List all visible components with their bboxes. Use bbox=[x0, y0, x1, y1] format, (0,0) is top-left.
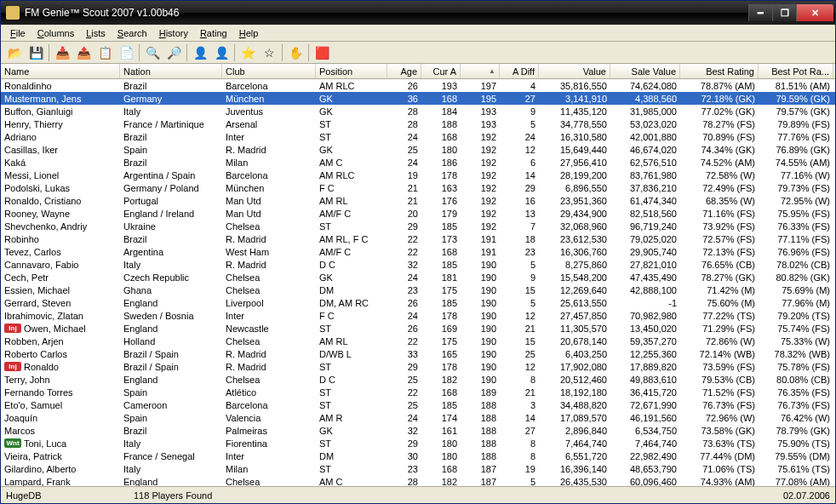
cell-bpot: 77.76% (FS) bbox=[759, 130, 833, 143]
table-row[interactable]: Roberto CarlosBrazil / SpainR. MadridD/W… bbox=[1, 347, 835, 360]
cell-value: 7,464,740 bbox=[539, 437, 610, 450]
table-row[interactable]: Henry, ThierryFrance / MartiniqueArsenal… bbox=[1, 117, 835, 130]
cell-name: Essien, Michael bbox=[1, 284, 120, 296]
col-brating[interactable]: Best Rating bbox=[680, 64, 759, 78]
table-row[interactable]: Rooney, WayneEngland / IrelandMan UtdAM/… bbox=[1, 207, 835, 220]
menu-columns[interactable]: Columns bbox=[31, 26, 80, 40]
menu-file[interactable]: File bbox=[4, 26, 31, 40]
save-icon[interactable]: 💾 bbox=[26, 43, 46, 62]
cell-adiff: 9 bbox=[500, 271, 539, 284]
search-player-icon[interactable]: 🔎 bbox=[163, 43, 184, 62]
table-row[interactable]: MarcosBrazilPalmeirasGK32161188272,896,8… bbox=[1, 424, 835, 437]
table-row[interactable]: AdrianoBrazilInterST241681922416,310,580… bbox=[1, 130, 835, 143]
export-icon[interactable]: 📤 bbox=[73, 43, 94, 62]
person-red-icon[interactable]: 👤 bbox=[190, 43, 210, 62]
table-row[interactable]: InjOwen, MichaelEnglandNewcastleST261691… bbox=[1, 322, 835, 335]
table-row[interactable]: Casillas, IkerSpainR. MadridGK2518019212… bbox=[1, 143, 835, 156]
cell-adiff: 4 bbox=[500, 79, 539, 92]
star-yellow-icon[interactable]: ⭐ bbox=[238, 43, 258, 62]
table-row[interactable]: Lampard, FrankEnglandChelseaAM C28182187… bbox=[1, 475, 835, 486]
table-row[interactable]: InjRonaldoBrazil / SpainR. MadridST29178… bbox=[1, 360, 835, 373]
col-club[interactable]: Club bbox=[222, 64, 316, 78]
table-row[interactable]: Vieira, PatrickFrance / SenegalInterDM30… bbox=[1, 450, 835, 462]
table-row[interactable]: Ibrahimovic, ZlatanSweden / BosniaInterF… bbox=[1, 309, 835, 322]
cell-svalue: 7,464,740 bbox=[610, 437, 680, 450]
table-row[interactable]: RobinhoBrazilR. MadridAM RL, F C22173191… bbox=[1, 232, 835, 245]
col-position[interactable]: Position bbox=[316, 64, 387, 78]
cell-adiff: 21 bbox=[500, 386, 539, 398]
table-row[interactable]: Fernando TorresSpainAtléticoST2216818921… bbox=[1, 386, 835, 398]
cell-bpot: 76.35% (FS) bbox=[759, 386, 833, 398]
list-icon[interactable]: 📄 bbox=[116, 43, 136, 62]
cell-nation: Argentina bbox=[120, 245, 222, 258]
table-row[interactable]: Essien, MichaelGhanaChelseaDM23175190151… bbox=[1, 284, 835, 296]
table-row[interactable]: Podolski, LukasGermany / PolandMünchenF … bbox=[1, 181, 835, 194]
cell-brating: 71.42% (M) bbox=[680, 284, 759, 296]
col-sortcol[interactable]: ▲ bbox=[461, 64, 500, 78]
cell-nation: Brazil bbox=[120, 130, 222, 143]
close-button[interactable]: ✕ bbox=[796, 4, 833, 21]
col-nation[interactable]: Nation bbox=[120, 64, 222, 78]
col-adiff[interactable]: A Diff bbox=[500, 64, 539, 78]
table-row[interactable]: Robben, ArjenHollandChelseaAM RL22175190… bbox=[1, 335, 835, 347]
cell-bpot: 77.16% (W) bbox=[759, 169, 833, 181]
cell-position: D C bbox=[316, 258, 387, 271]
col-cura[interactable]: Cur A bbox=[421, 64, 461, 78]
cell-name: Buffon, Gianluigi bbox=[1, 105, 120, 117]
maximize-button[interactable]: ❐ bbox=[772, 4, 796, 21]
title-bar[interactable]: FM Genie™ Scout 2007 v1.00b46 ━ ❐ ✕ bbox=[1, 1, 835, 25]
table-row[interactable]: Buffon, GianluigiItalyJuventusGK28184193… bbox=[1, 105, 835, 117]
table-row[interactable]: Eto'o, SamuelCameroonBarcelonaST25185188… bbox=[1, 398, 835, 411]
table-row[interactable]: Gilardino, AlbertoItalyMilanST2316818719… bbox=[1, 462, 835, 475]
table-row[interactable]: Messi, LionelArgentina / SpainBarcelonaA… bbox=[1, 169, 835, 181]
grid-body[interactable]: RonaldinhoBrazilBarcelonaAM RLC261931974… bbox=[1, 79, 835, 486]
table-row[interactable]: Cech, PetrCzech RepublicChelseaGK2418119… bbox=[1, 271, 835, 284]
cell-bpot: 75.61% (TS) bbox=[759, 462, 833, 475]
table-row[interactable]: Cannavaro, FabioItalyR. MadridD C3218519… bbox=[1, 258, 835, 271]
menu-rating[interactable]: Rating bbox=[194, 26, 233, 40]
table-row[interactable]: Tevez, CarlosArgentinaWest HamAM/F C2216… bbox=[1, 245, 835, 258]
copy-icon[interactable]: 📋 bbox=[94, 43, 115, 62]
cell-brating: 72.57% (FS) bbox=[680, 232, 759, 245]
hand-icon[interactable]: ✋ bbox=[285, 43, 306, 62]
table-row[interactable]: Terry, JohnEnglandChelseaD C25182190820,… bbox=[1, 373, 835, 386]
menu-search[interactable]: Search bbox=[112, 26, 153, 40]
menu-bar: FileColumnsListsSearchHistoryRatingHelp bbox=[1, 25, 835, 42]
menu-history[interactable]: History bbox=[153, 26, 194, 40]
cell-age: 21 bbox=[387, 181, 421, 194]
import-icon[interactable]: 📥 bbox=[52, 43, 72, 62]
table-row[interactable]: Ronaldo, CristianoPortugalMan UtdAM RL21… bbox=[1, 194, 835, 207]
col-age[interactable]: Age bbox=[387, 64, 421, 78]
toolbar-separator bbox=[186, 44, 187, 61]
cell-sortcol: 193 bbox=[461, 105, 500, 117]
table-row[interactable]: WntToni, LucaItalyFiorentinaST2918018887… bbox=[1, 437, 835, 450]
search-staff-icon[interactable]: 🔍 bbox=[142, 43, 163, 62]
table-row[interactable]: Mustermann, JensGermanyMünchenGK36168195… bbox=[1, 92, 835, 105]
cell-brating: 79.53% (CB) bbox=[680, 373, 759, 386]
col-svalue[interactable]: Sale Value bbox=[610, 64, 680, 78]
table-row[interactable]: Shevchenko, AndriyUkraineChelseaST291851… bbox=[1, 220, 835, 232]
si-icon[interactable]: 🟥 bbox=[312, 43, 332, 62]
cell-club: R. Madrid bbox=[222, 143, 316, 156]
cell-sortcol: 190 bbox=[461, 373, 500, 386]
cell-value: 16,310,580 bbox=[539, 130, 610, 143]
table-row[interactable]: JoaquínSpainValenciaAM R241741881417,089… bbox=[1, 411, 835, 424]
cell-nation: Italy bbox=[120, 462, 222, 475]
cell-nation: England bbox=[120, 373, 222, 386]
cell-name: Henry, Thierry bbox=[1, 117, 120, 130]
open-icon[interactable]: 📂 bbox=[4, 43, 25, 62]
col-value[interactable]: Value bbox=[539, 64, 610, 78]
menu-lists[interactable]: Lists bbox=[80, 26, 112, 40]
table-row[interactable]: RonaldinhoBrazilBarcelonaAM RLC261931974… bbox=[1, 79, 835, 92]
table-row[interactable]: KakáBrazilMilanAM C24186192627,956,41062… bbox=[1, 156, 835, 169]
person-blue-icon[interactable]: 👤 bbox=[211, 43, 232, 62]
cell-cura: 180 bbox=[421, 143, 461, 156]
col-name[interactable]: Name bbox=[1, 64, 120, 78]
cell-adiff: 25 bbox=[500, 347, 539, 360]
menu-help[interactable]: Help bbox=[233, 26, 265, 40]
table-row[interactable]: Gerrard, StevenEnglandLiverpoolDM, AM RC… bbox=[1, 296, 835, 309]
col-bpot[interactable]: Best Pot Ra... bbox=[759, 64, 833, 78]
star-outline-icon[interactable]: ☆ bbox=[259, 43, 279, 62]
minimize-button[interactable]: ━ bbox=[748, 4, 772, 21]
cell-bpot: 78.02% (CB) bbox=[759, 258, 833, 271]
